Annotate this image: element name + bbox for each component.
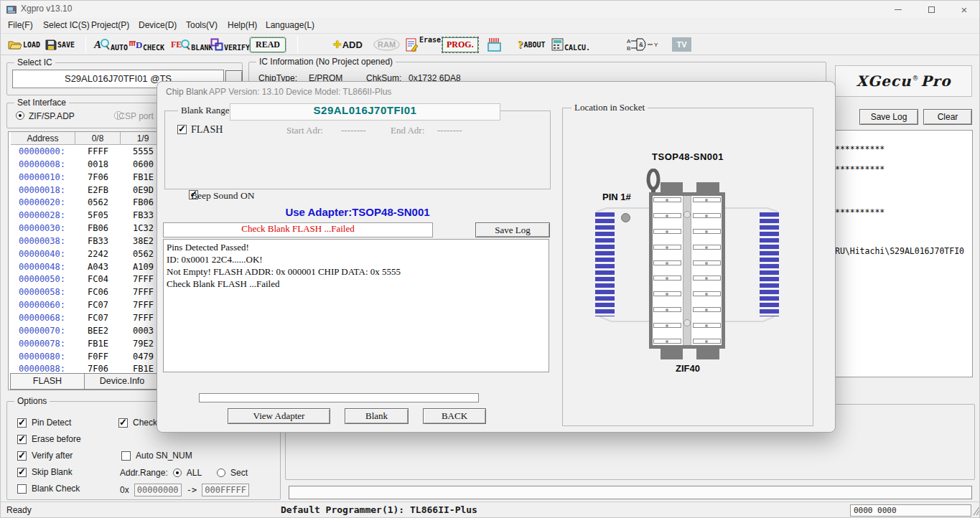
hex-cell[interactable]: FB06 — [75, 222, 121, 235]
tab-flash[interactable]: FLASH — [10, 373, 85, 390]
view-adapter-button[interactable]: View Adapter — [228, 408, 330, 424]
address-cell[interactable]: 00000000: — [9, 146, 75, 159]
dialog-blank-button[interactable]: Blank — [345, 408, 409, 424]
logic-gate-button[interactable]: A B & Y — [627, 35, 659, 54]
menu-project[interactable]: Project(P) — [90, 18, 131, 33]
main-log-panel[interactable]: ******************************RU\Hitachi… — [830, 130, 973, 377]
dialog-log[interactable]: Pins Detected Passed!ID: 0x0001 22C4....… — [163, 239, 549, 372]
hex-cell[interactable]: FFFF — [75, 146, 121, 159]
beep-label[interactable]: Beep Sound ON — [191, 190, 255, 202]
blank-check-checkbox[interactable] — [17, 484, 27, 494]
hex-cell[interactable]: FC07 — [75, 312, 121, 325]
hex-cell[interactable]: 5F05 — [75, 209, 121, 222]
hex-cell[interactable]: 0562 — [75, 197, 121, 209]
resize-grip[interactable] — [972, 506, 980, 516]
dialog-back-button[interactable]: BACK — [423, 408, 486, 424]
clear-log-button[interactable]: Clear — [923, 109, 972, 125]
flash-range-label[interactable]: FLASH — [191, 124, 223, 136]
hex-cell[interactable]: F0FF — [75, 351, 121, 364]
auto-button[interactable]: A AUTO — [94, 35, 128, 54]
skip-blank-option[interactable]: Skip Blank — [17, 467, 73, 477]
addr-range-sect-radio[interactable] — [217, 468, 225, 477]
address-cell[interactable]: 00000030: — [9, 222, 75, 235]
address-cell[interactable]: 00000048: — [9, 261, 75, 274]
calcu-button[interactable]: CALCU. — [551, 35, 590, 54]
range-to-field[interactable]: 000FFFFF — [202, 484, 249, 496]
read-button[interactable]: READ — [250, 35, 286, 54]
tab-device-info[interactable]: Device.Info — [84, 373, 160, 390]
address-cell[interactable]: 00000050: — [9, 273, 75, 286]
minimize-button[interactable] — [882, 1, 915, 18]
column-header-08[interactable]: 0/8 — [75, 132, 121, 145]
prog-button[interactable]: PROG. — [442, 35, 478, 54]
title-bar[interactable]: Xgpro v13.10 × — [1, 1, 979, 18]
blank-check-button[interactable]: FE BLANK — [171, 35, 213, 54]
verify-after-option[interactable]: Verify after — [17, 451, 73, 461]
address-cell[interactable]: 00000080: — [9, 351, 75, 364]
dialog-save-log-button[interactable]: Save Log — [475, 222, 550, 237]
menu-language[interactable]: Language(L) — [264, 18, 316, 33]
hex-prefix-label: 0x — [120, 485, 129, 495]
address-cell[interactable]: 00000010: — [9, 171, 75, 184]
address-cell[interactable]: 00000070: — [9, 325, 75, 338]
icsp-radio-label[interactable]: ICSP port — [116, 111, 154, 121]
dialog-title-bar[interactable]: Chip Blank APP Version: 13.10 Device Mod… — [157, 82, 835, 100]
erase-before-checkbox[interactable] — [17, 435, 27, 444]
add-button[interactable]: ✚ ADD — [333, 35, 363, 54]
zif-radio-label[interactable]: ZIF/SP.ADP — [29, 111, 75, 121]
hex-cell[interactable]: 7F06 — [75, 171, 121, 184]
address-cell[interactable]: 00000068: — [9, 312, 75, 325]
hex-cell[interactable]: 2242 — [75, 248, 121, 261]
chip-test-button[interactable] — [487, 35, 503, 54]
hex-cell[interactable]: BEE2 — [75, 325, 121, 338]
erase-before-option[interactable]: Erase before — [17, 434, 81, 444]
pin-detect-option[interactable]: Pin Detect — [17, 418, 71, 428]
address-cell[interactable]: 00000038: — [9, 235, 75, 248]
maximize-button[interactable] — [915, 1, 948, 18]
save-log-button[interactable]: Save Log — [859, 109, 918, 125]
address-cell[interactable]: 00000028: — [9, 209, 75, 222]
menu-select-ic[interactable]: Select IC(S) — [42, 18, 91, 33]
about-button[interactable]: ? ABOUT — [518, 35, 546, 54]
hex-cell[interactable]: 0018 — [75, 159, 121, 171]
ram-button[interactable]: RAM — [373, 35, 400, 54]
auto-sn-option[interactable]: Auto SN_NUM — [121, 451, 192, 461]
save-button[interactable]: SAVE — [45, 35, 75, 54]
addr-range-all-radio[interactable] — [173, 468, 182, 477]
hex-cell[interactable]: FC07 — [75, 299, 121, 312]
pin-detect-checkbox[interactable] — [17, 418, 27, 428]
address-cell[interactable]: 00000060: — [9, 299, 75, 312]
auto-sn-checkbox[interactable] — [121, 451, 131, 461]
verify-button[interactable]: VERIFY — [210, 35, 250, 54]
hex-cell[interactable]: A043 — [75, 261, 121, 274]
hex-cell[interactable]: FC04 — [75, 273, 121, 286]
column-header-address[interactable]: Address — [11, 132, 75, 145]
address-cell[interactable]: 00000020: — [9, 197, 75, 209]
range-from-field[interactable]: 00000000 — [134, 484, 182, 496]
check-id-button[interactable]: D CHECK — [128, 35, 164, 54]
menu-tools[interactable]: Tools(V) — [185, 18, 219, 33]
check-checkbox[interactable] — [118, 418, 128, 428]
address-cell[interactable]: 00000008: — [9, 159, 75, 171]
hex-cell[interactable]: FC06 — [75, 286, 121, 299]
menu-help[interactable]: Help(H) — [226, 18, 258, 33]
address-cell[interactable]: 00000078: — [9, 338, 75, 351]
address-cell[interactable]: 00000040: — [9, 248, 75, 261]
menu-device[interactable]: Device(D) — [137, 18, 178, 33]
erase-button[interactable]: Erase — [405, 35, 441, 54]
menu-file[interactable]: File(F) — [6, 18, 34, 33]
close-button[interactable]: × — [948, 1, 980, 18]
hex-cell[interactable]: FB33 — [75, 235, 121, 248]
tv-button[interactable]: TV — [672, 35, 691, 54]
hex-cell[interactable]: FB1E — [75, 338, 121, 351]
address-cell[interactable]: 00000018: — [9, 184, 75, 197]
flash-range-checkbox[interactable] — [177, 125, 187, 134]
skip-blank-checkbox[interactable] — [17, 468, 27, 477]
address-cell[interactable]: 00000058: — [9, 286, 75, 299]
zif-radio[interactable] — [16, 111, 24, 120]
load-button[interactable]: LOAD — [8, 35, 40, 54]
check-option[interactable]: Check — [118, 418, 157, 428]
verify-after-checkbox[interactable] — [17, 451, 27, 461]
hex-cell[interactable]: E2FB — [75, 184, 121, 197]
blank-check-option[interactable]: Blank Check — [17, 484, 80, 494]
